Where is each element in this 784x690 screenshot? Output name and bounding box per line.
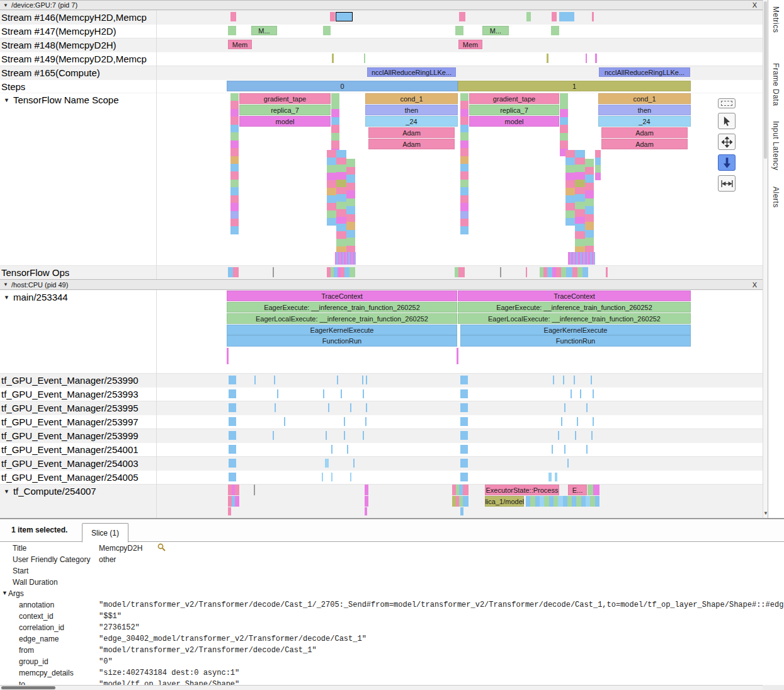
slice[interactable]	[346, 183, 355, 191]
slice[interactable]	[558, 496, 562, 507]
slice[interactable]	[535, 496, 540, 507]
slice[interactable]	[585, 190, 594, 198]
slice[interactable]	[331, 141, 339, 149]
slice[interactable]	[559, 12, 574, 21]
slice-stack[interactable]	[335, 252, 356, 265]
slice[interactable]	[460, 125, 469, 132]
side-tab-alerts[interactable]: Alerts	[771, 187, 780, 208]
slice-stack[interactable]	[560, 93, 568, 156]
slice[interactable]	[460, 195, 469, 203]
slice-m[interactable]: M...	[482, 26, 509, 35]
slice[interactable]	[254, 485, 255, 495]
slice[interactable]	[227, 348, 229, 364]
slice[interactable]	[331, 133, 339, 141]
slice-stack[interactable]	[565, 150, 575, 226]
slice[interactable]	[275, 403, 276, 412]
slice[interactable]	[575, 164, 585, 172]
slice[interactable]	[593, 417, 594, 426]
slice[interactable]	[575, 180, 585, 187]
slice[interactable]	[336, 172, 346, 180]
slice-stack[interactable]	[575, 150, 585, 261]
slice[interactable]	[571, 389, 572, 398]
slice[interactable]	[460, 132, 469, 140]
slice[interactable]	[363, 389, 364, 398]
slice-model[interactable]: model	[239, 116, 331, 127]
slice[interactable]	[230, 141, 239, 148]
slice[interactable]	[365, 485, 368, 495]
slice[interactable]	[563, 496, 567, 507]
slice[interactable]	[460, 431, 468, 440]
slice[interactable]	[277, 389, 278, 398]
slice[interactable]	[331, 117, 339, 125]
slice[interactable]	[577, 267, 582, 277]
slice[interactable]	[336, 158, 346, 165]
slice[interactable]	[346, 206, 355, 214]
slice-24[interactable]: _24	[365, 116, 458, 127]
slice[interactable]	[551, 26, 559, 35]
slice[interactable]	[350, 473, 351, 481]
slice-mem[interactable]: Mem	[458, 40, 482, 49]
slice-gradient-tape[interactable]: gradient_tape	[469, 93, 559, 104]
slice[interactable]	[556, 267, 561, 277]
vertical-scrollbar[interactable]: ▼	[763, 0, 768, 518]
slice[interactable]	[346, 230, 355, 238]
slice-stack[interactable]	[336, 150, 346, 261]
slice[interactable]	[560, 117, 568, 125]
slice-adam[interactable]: Adam	[601, 127, 688, 138]
slice[interactable]	[336, 231, 346, 239]
slice[interactable]	[564, 445, 565, 454]
slice[interactable]	[563, 376, 564, 384]
slice[interactable]	[526, 496, 530, 507]
slice[interactable]	[327, 188, 336, 195]
slice[interactable]	[560, 133, 568, 141]
track-label-tf-compute-254007[interactable]: ▼tf_Compute/254007	[1, 485, 96, 498]
close-process-button[interactable]: X	[753, 281, 757, 288]
slice-adam[interactable]: Adam	[368, 139, 455, 149]
slice[interactable]	[586, 496, 590, 507]
slice-model[interactable]: model	[469, 116, 559, 127]
slice[interactable]	[460, 164, 469, 171]
slice[interactable]	[586, 403, 588, 412]
slice-replica-1-model-t[interactable]: replica_1/model/t...	[485, 496, 524, 507]
slice[interactable]	[577, 417, 578, 426]
slice[interactable]	[230, 203, 239, 210]
slice[interactable]	[580, 389, 581, 398]
slice[interactable]	[460, 203, 469, 210]
close-process-button[interactable]: X	[753, 2, 757, 9]
slice[interactable]	[327, 203, 336, 210]
slice[interactable]	[229, 417, 236, 426]
slice[interactable]	[230, 125, 239, 132]
slice[interactable]	[564, 403, 565, 412]
slice[interactable]	[331, 473, 332, 481]
slice[interactable]	[230, 211, 239, 219]
slice[interactable]	[341, 389, 342, 398]
slice[interactable]	[327, 158, 336, 165]
tab-slice[interactable]: Slice (1)	[82, 523, 128, 543]
slice[interactable]	[572, 496, 576, 507]
slice[interactable]	[565, 173, 575, 180]
slice[interactable]	[547, 267, 552, 277]
slice-ncclallreduceringllke[interactable]: ncclAllReduceRingLLKe...	[367, 67, 456, 77]
slice-eagerlocalexecute-inference-train-function-260252[interactable]: EagerLocalExecute: __inference_train_fun…	[227, 313, 457, 324]
slice-1[interactable]: 1	[458, 81, 691, 91]
slice[interactable]	[575, 209, 585, 217]
collapse-arrow-icon[interactable]: ▼	[4, 488, 9, 495]
slice[interactable]	[575, 217, 585, 224]
slice[interactable]	[595, 496, 599, 507]
horizontal-scrollbar[interactable]	[0, 685, 763, 690]
track-label-tensorflow-name-scope[interactable]: ▼TensorFlow Name Scope	[1, 93, 119, 107]
slice[interactable]	[561, 267, 566, 277]
slice[interactable]	[336, 194, 346, 202]
slice-24[interactable]: _24	[598, 116, 691, 127]
slice[interactable]	[230, 93, 239, 101]
slice[interactable]	[575, 158, 585, 165]
slice-stack[interactable]	[230, 93, 239, 234]
side-tab-input-latency[interactable]: Input Latency	[771, 121, 780, 171]
slice[interactable]	[595, 150, 601, 158]
slice[interactable]	[575, 224, 585, 231]
slice[interactable]	[336, 150, 346, 158]
slice[interactable]	[585, 198, 594, 207]
slice-stack[interactable]	[331, 93, 339, 156]
slice[interactable]	[460, 376, 468, 384]
slice-eagerexecute-inference-train-function-260252[interactable]: EagerExecute: __inference_train_function…	[227, 302, 457, 313]
